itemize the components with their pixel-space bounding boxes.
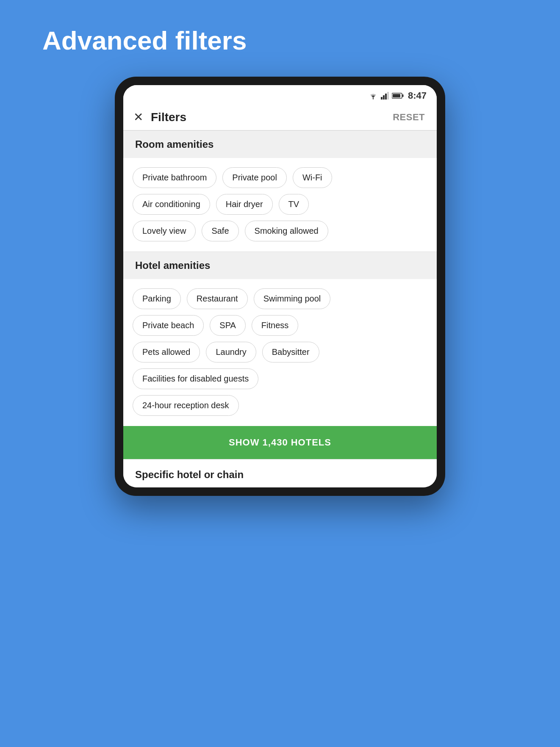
hotel-chips-row-4: Facilities for disabled guests [133,368,427,389]
room-chips-row-2: Air conditioning Hair dryer TV [133,194,427,215]
status-icons [368,92,404,100]
chip-parking[interactable]: Parking [133,288,181,309]
chip-private-bathroom[interactable]: Private bathroom [133,167,216,188]
chip-spa[interactable]: SPA [210,315,246,336]
signal-icon [381,92,389,100]
chip-laundry[interactable]: Laundry [206,342,256,362]
chip-private-beach[interactable]: Private beach [133,315,204,336]
chip-lovely-view[interactable]: Lovely view [133,221,196,241]
phone-frame: 8:47 ✕ Filters RESET Room amenities Priv… [115,77,445,496]
svg-rect-1 [381,97,383,100]
hotel-amenities-chips: Parking Restaurant Swimming pool Private… [123,279,437,426]
chip-air-conditioning[interactable]: Air conditioning [133,194,210,215]
chip-pets-allowed[interactable]: Pets allowed [133,342,200,362]
status-time: 8:47 [408,90,427,101]
room-chips-row-1: Private bathroom Private pool Wi-Fi [133,167,427,188]
chip-swimming-pool[interactable]: Swimming pool [254,288,331,309]
hotel-chips-row-5: 24-hour reception desk [133,395,427,416]
svg-rect-4 [387,92,389,100]
wifi-icon [368,92,378,100]
show-hotels-button[interactable]: SHOW 1,430 HOTELS [123,426,437,459]
hotel-chips-row-3: Pets allowed Laundry Babysitter [133,342,427,362]
reset-button[interactable]: RESET [393,112,425,123]
chip-tv[interactable]: TV [279,194,309,215]
svg-rect-6 [402,94,403,97]
room-amenities-label: Room amenities [123,131,437,158]
chip-babysitter[interactable]: Babysitter [262,342,319,362]
show-button-container: SHOW 1,430 HOTELS [123,426,437,459]
chip-hair-dryer[interactable]: Hair dryer [216,194,273,215]
room-chips-row-3: Lovely view Safe Smoking allowed [133,221,427,241]
hotel-chips-row-1: Parking Restaurant Swimming pool [133,288,427,309]
chip-facilities-disabled[interactable]: Facilities for disabled guests [133,368,258,389]
status-bar: 8:47 [123,85,437,105]
hotel-chips-row-2: Private beach SPA Fitness [133,315,427,336]
filter-header: ✕ Filters RESET [123,105,437,130]
chip-smoking-allowed[interactable]: Smoking allowed [245,221,328,241]
chip-restaurant[interactable]: Restaurant [187,288,248,309]
chip-safe[interactable]: Safe [202,221,238,241]
room-amenities-chips: Private bathroom Private pool Wi-Fi Air … [123,158,437,252]
phone-screen: 8:47 ✕ Filters RESET Room amenities Priv… [123,85,437,487]
close-button[interactable]: ✕ [133,111,143,123]
chip-24hr-reception[interactable]: 24-hour reception desk [133,395,239,416]
svg-rect-2 [383,95,385,100]
svg-point-0 [372,98,374,100]
chip-fitness[interactable]: Fitness [252,315,298,336]
specific-hotel-label: Specific hotel or chain [135,469,425,481]
header-title: Filters [151,111,186,124]
battery-icon [392,92,404,99]
page-title: Advanced filters [42,25,247,55]
chip-private-pool[interactable]: Private pool [222,167,287,188]
header-left: ✕ Filters [133,111,186,124]
bottom-section: Specific hotel or chain [123,459,437,487]
chip-wifi[interactable]: Wi-Fi [293,167,332,188]
svg-rect-3 [385,94,387,100]
hotel-amenities-label: Hotel amenities [123,252,437,279]
svg-rect-7 [393,94,400,97]
